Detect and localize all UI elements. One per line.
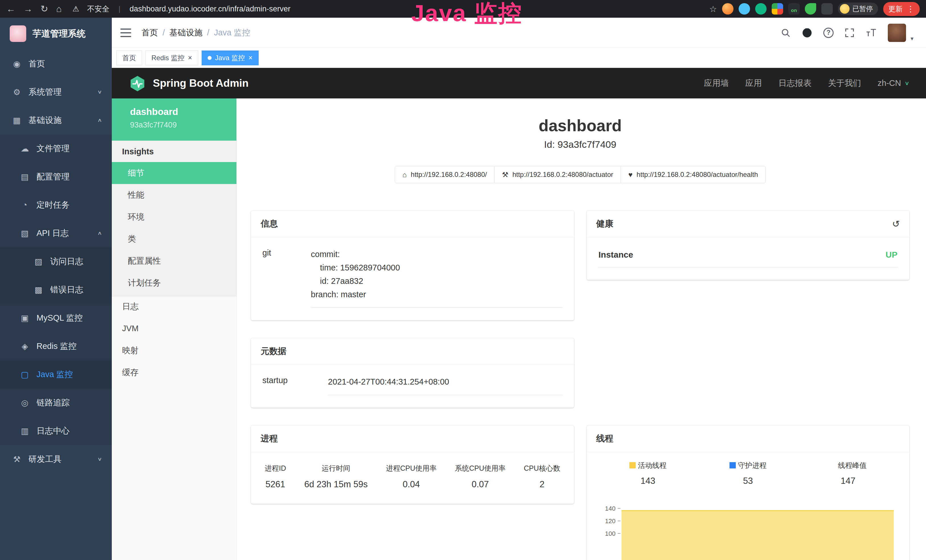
sidebar-menu-item[interactable]: ◉ 首页 (0, 50, 112, 78)
instance-id: 93a3fc7f7409 (130, 121, 236, 130)
process-stat: 运行时间 6d 23h 15m 59s (304, 463, 368, 490)
view-tab[interactable]: 首页 (117, 50, 142, 65)
extension-green-icon[interactable] (755, 3, 767, 15)
instance-header[interactable]: dashboard 93a3fc7f7409 (112, 98, 236, 141)
address-url[interactable]: dashboard.yudao.iocoder.cn/infra/admin-s… (130, 5, 291, 14)
sba-body: dashboard 93a3fc7f7409 Insights 细节 性能 (112, 98, 926, 560)
bookmark-star-icon[interactable]: ☆ (709, 4, 717, 14)
sidebar-menu-item[interactable]: ▣ MySQL 监控 (0, 304, 112, 332)
tab-label: 首页 (123, 53, 136, 62)
extension-leaf-icon[interactable] (805, 3, 816, 15)
sba-sidebar-item[interactable]: 缓存 (112, 362, 236, 383)
breadcrumb-item[interactable]: Java 监控 (214, 27, 250, 38)
extension-drop-icon[interactable] (738, 3, 750, 15)
process-stat-value: 6d 23h 15m 59s (304, 479, 368, 490)
legend-value: 143 (629, 476, 666, 486)
sidebar-menu-item[interactable]: ▥ 日志中心 (0, 417, 112, 445)
sba-sidebar-item[interactable]: JVM (112, 318, 236, 339)
help-icon[interactable]: ? (823, 28, 834, 38)
sidebar-menu-item[interactable]: ◈ Redis 监控 (0, 332, 112, 360)
legend-swatch (629, 462, 635, 468)
view-tab[interactable]: Java 监控 × (202, 50, 259, 65)
forward-icon[interactable]: → (23, 4, 33, 14)
legend-label: 线程峰值 (838, 461, 867, 470)
extension-grid-icon[interactable] (772, 3, 783, 15)
reload-icon[interactable]: ↻ (41, 3, 48, 14)
legend-label: 活动线程 (638, 461, 666, 470)
menu-item-label: 文件管理 (36, 143, 70, 154)
sidebar-menu-item[interactable]: ▢ Java 监控 (0, 360, 112, 389)
sba-root-items: 日志 JVM 映射 缓存 (112, 295, 236, 383)
sidebar-menu-item[interactable]: ▤ 配置管理 (0, 163, 112, 191)
not-secure-icon[interactable]: ⚠ (73, 5, 79, 14)
hamburger-icon[interactable] (120, 29, 131, 37)
search-icon[interactable] (781, 28, 791, 38)
profile-paused-badge[interactable]: 已暂停 (838, 3, 878, 15)
extension-puzzle-icon[interactable] (822, 3, 833, 15)
sidebar-menu-item[interactable]: ◔ 定时任务 (0, 191, 112, 219)
kebab-menu-icon[interactable]: ⋮ (906, 4, 915, 14)
view-tab[interactable]: Redis 监控 × (145, 50, 198, 65)
history-icon[interactable]: ↺ (892, 218, 900, 229)
instance-link-button[interactable]: ⚒ http://192.168.0.2:48080/actuator (494, 166, 621, 183)
process-stat: CPU核心数 2 (524, 463, 560, 490)
sidebar-menu-item[interactable]: ⚙ 系统管理 ∨ (0, 78, 112, 106)
info-value-line: commit: (311, 248, 563, 261)
sba-sidebar-item[interactable]: 配置属性 (112, 250, 236, 272)
tab-active-dot (207, 56, 212, 60)
browser-home-icon[interactable]: ⌂ (56, 4, 62, 14)
link-icon: ♥ (628, 171, 632, 179)
sidebar-menu-item[interactable]: ▩ 错误日志 (0, 275, 112, 304)
user-avatar[interactable] (888, 24, 906, 42)
language-selector[interactable]: zh-CN ∨ (878, 79, 909, 88)
view-tabs-bar: 首页 Redis 监控 × Java 监控 × (112, 48, 926, 68)
paused-label: 已暂停 (852, 4, 873, 14)
tab-close-icon[interactable]: × (248, 54, 253, 61)
sidebar-menu-item[interactable]: ▧ API 日志 ∧ (0, 219, 112, 247)
sba-sidebar-item[interactable]: 日志 (112, 295, 236, 318)
menu-item-icon: ▩ (32, 285, 45, 295)
breadcrumb-item[interactable]: 首页 (141, 27, 169, 38)
menu-item-label: 配置管理 (36, 171, 70, 183)
sba-nav-item[interactable]: 关于我们 (828, 77, 861, 89)
info-key: git (262, 248, 311, 308)
info-value: commit: time: 1596289704000 id: 27aa832 … (311, 248, 563, 308)
sidebar-menu-item[interactable]: ☁ 文件管理 (0, 135, 112, 163)
sba-nav-item[interactable]: 应用墙 (704, 77, 729, 89)
sidebar-menu-item[interactable]: ▨ 访问日志 (0, 247, 112, 275)
sba-sidebar-item[interactable]: 类 (112, 228, 236, 250)
link-icon: ⚒ (502, 171, 508, 179)
instance-link-button[interactable]: ♥ http://192.168.0.2:48080/actuator/heal… (620, 166, 766, 183)
process-stat-label: 系统CPU使用率 (455, 463, 505, 473)
menu-item-icon: ▤ (18, 172, 31, 182)
font-size-icon[interactable] (865, 28, 877, 38)
sidebar-menu-item[interactable]: ◎ 链路追踪 (0, 389, 112, 417)
sidebar-menu-item[interactable]: ▦ 基础设施 ∧ (0, 106, 112, 135)
update-button[interactable]: 更新 ⋮ (883, 2, 920, 16)
screen: ← → ↻ ⌂ ⚠ 不安全 | dashboard.yudao.iocoder.… (0, 0, 926, 560)
breadcrumb-item[interactable]: 基础设施 (169, 27, 214, 38)
sba-nav-item[interactable]: 日志报表 (778, 77, 811, 89)
sba-sidebar-item[interactable]: 细节 (112, 162, 236, 184)
extension-fox-icon[interactable] (722, 3, 734, 15)
github-icon[interactable] (802, 27, 813, 38)
sba-sidebar: dashboard 93a3fc7f7409 Insights 细节 性能 (112, 98, 237, 560)
sba-sidebar-item[interactable]: 计划任务 (112, 272, 236, 294)
avatar-caret-icon[interactable]: ▾ (911, 35, 914, 42)
profile-avatar-icon (840, 4, 850, 14)
sba-nav-item[interactable]: 应用 (745, 77, 762, 89)
browser-actions: ☆ on 已暂停 更新 ⋮ (709, 2, 920, 16)
sba-sidebar-item[interactable]: 映射 (112, 339, 236, 362)
back-icon[interactable]: ← (6, 4, 15, 14)
info-value-line: time: 1596289704000 (311, 261, 563, 274)
tab-close-icon[interactable]: × (188, 54, 192, 61)
fullscreen-icon[interactable] (844, 28, 855, 38)
main-column: 首页 基础设施 Java 监控 ? (112, 18, 926, 560)
sba-sidebar-item[interactable]: 环境 (112, 206, 236, 228)
sba-brand-title[interactable]: Spring Boot Admin (153, 77, 249, 89)
sidebar-menu-item[interactable]: ⚒ 研发工具 ∨ (0, 445, 112, 473)
menu-item-label: MySQL 监控 (36, 312, 83, 324)
sba-sidebar-item[interactable]: 性能 (112, 184, 236, 206)
instance-link-button[interactable]: ⌂ http://192.168.0.2:48080/ (395, 166, 495, 183)
extension-on-icon[interactable]: on (788, 3, 800, 15)
